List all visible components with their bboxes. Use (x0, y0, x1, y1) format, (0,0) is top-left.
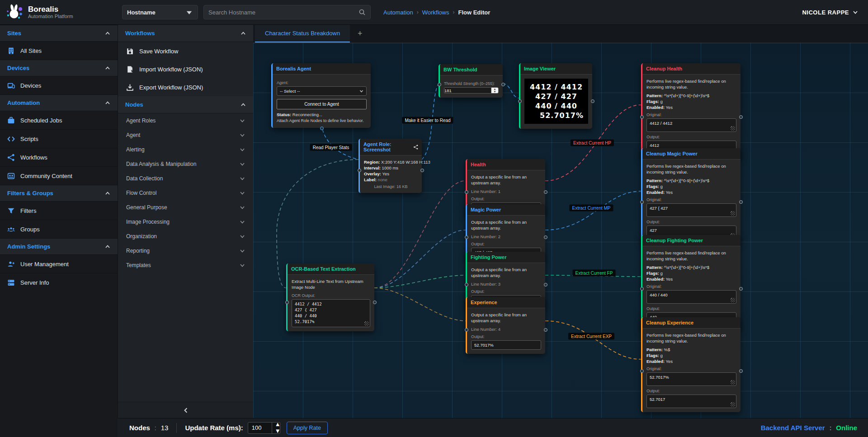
section-label-filters-groups: Filters & Groups (7, 190, 53, 197)
node-header[interactable]: Agent Role: Screenshot (360, 139, 422, 155)
textarea-input[interactable]: 52.7017% (646, 372, 736, 386)
textarea-input[interactable]: 440 / 440 (646, 290, 736, 304)
node-category-reporting[interactable]: Reporting (118, 244, 253, 258)
update-rate-input[interactable]: 100 ▲▼ (248, 422, 280, 434)
textarea-input[interactable]: 4412 / 4412 427 { 427 440 / 440 52.7017% (292, 299, 370, 327)
node-header[interactable]: Cleanup Fighting Power (642, 235, 741, 246)
sidebar-item-user-management[interactable]: User Management (0, 254, 118, 273)
resize-grip-icon[interactable] (731, 402, 735, 407)
apply-rate-button[interactable]: Apply Rate (287, 422, 328, 434)
number-input[interactable]: 181▲▼ (444, 87, 499, 94)
textarea-input[interactable]: 427 { 427 (646, 203, 736, 217)
node-handle-left[interactable] (358, 169, 361, 172)
node-header[interactable]: Borealis Agent (273, 63, 371, 75)
node-header[interactable]: Cleanup Magic Power (642, 148, 741, 160)
node-handle-left[interactable] (518, 99, 522, 103)
hostname-search[interactable]: Search Hostname (203, 5, 371, 19)
sidebar-item-filters[interactable]: Filters (0, 201, 118, 220)
sidebar-item-workflows[interactable]: Workflows (0, 148, 118, 166)
sidebar-section-sites[interactable]: Sites (0, 25, 118, 41)
nodes-panel-header[interactable]: Nodes (118, 96, 253, 113)
search-icon[interactable] (359, 9, 366, 16)
hostname-select[interactable]: Hostname (122, 5, 198, 19)
briefcase-icon (7, 117, 15, 124)
export-workflow-button[interactable]: Export Workflow (JSON) (118, 78, 253, 96)
node-note: Last Image: 16 KB (364, 184, 418, 189)
node-handle-right[interactable] (501, 83, 505, 86)
node-header[interactable]: Health (467, 159, 545, 170)
node-handle-bottom[interactable] (320, 127, 324, 130)
resize-grip-icon[interactable] (731, 126, 735, 131)
node-header[interactable]: Cleanup Experience (642, 317, 741, 329)
node-handle-right[interactable] (420, 169, 424, 172)
node-category-general-purpose[interactable]: General Purpose (118, 200, 253, 215)
sidebar-item-community-content[interactable]: Community Content (0, 166, 118, 185)
agent-role-screenshot-node[interactable]: Agent Role: ScreenshotRegion: X:200 Y:41… (359, 139, 422, 193)
node-title: Health (471, 162, 486, 167)
text-input[interactable]: 52.7017% (471, 340, 541, 350)
bw-threshold-node[interactable]: BW ThresholdThreshold Strength (0–255):1… (439, 64, 503, 98)
add-tab-button[interactable]: + (350, 24, 370, 42)
save-workflow-button[interactable]: Save Workflow (118, 42, 253, 60)
image-viewer-node[interactable]: Image Viewer4412 / 4412427 / 427440 / 44… (519, 63, 592, 129)
node-category-flow-control[interactable]: Flow Control (118, 186, 253, 200)
node-header[interactable]: Experience (467, 297, 545, 308)
breadcrumb-workflows[interactable]: Workflows (422, 9, 449, 16)
node-handle-right[interactable] (591, 99, 594, 103)
node-header[interactable]: Fighting Power (467, 252, 545, 263)
node-category-data-collection[interactable]: Data Collection (118, 171, 253, 186)
sidebar-item-scripts[interactable]: Scripts (0, 129, 118, 148)
kv-label: Label: (364, 177, 377, 182)
cleanup-experience-node[interactable]: Cleanup ExperiencePerforms live regex-ba… (641, 317, 741, 412)
tab-character-status-breakdown[interactable]: Character Status Breakdown (255, 24, 350, 42)
rate-stepper[interactable]: ▲▼ (272, 423, 280, 433)
sidebar-item-server-info[interactable]: Server Info (0, 273, 118, 291)
collapse-panel-button[interactable] (118, 402, 253, 418)
node-category-data-analysis-manipulation[interactable]: Data Analysis & Manipulation (118, 157, 253, 171)
flow-graph[interactable]: Read Player StatsMake it Easier to ReadE… (253, 43, 868, 418)
share-icon[interactable] (413, 144, 418, 150)
sidebar-section-devices[interactable]: Devices (0, 60, 118, 76)
number-stepper[interactable]: ▲▼ (491, 88, 498, 93)
node-button[interactable]: Connect to Agent (277, 99, 367, 109)
resize-grip-icon[interactable] (364, 321, 369, 326)
field-label: Output: (646, 220, 736, 224)
cleanup-fighting-power-node[interactable]: Cleanup Fighting PowerPerforms live rege… (641, 235, 741, 330)
sidebar-item-label: Workflows (20, 154, 47, 161)
node-select[interactable]: -- Select -- (277, 86, 367, 96)
node-category-templates[interactable]: Templates (118, 258, 253, 273)
node-header[interactable]: Cleanup Health (642, 63, 741, 75)
breadcrumb-automation[interactable]: Automation (383, 9, 413, 16)
node-header[interactable]: Image Viewer (520, 63, 592, 75)
experience-node[interactable]: ExperienceOutput a specific line from an… (466, 297, 545, 354)
node-category-agent[interactable]: Agent (118, 128, 253, 142)
user-menu[interactable]: NICOLE RAPPE (802, 9, 858, 16)
sidebar-item-scheduled-jobs[interactable]: Scheduled Jobs (0, 111, 118, 129)
node-category-image-processing[interactable]: Image Processing (118, 215, 253, 229)
cleanup-health-node[interactable]: Cleanup HealthPerforms live regex-based … (641, 63, 741, 158)
sidebar-section-automation[interactable]: Automation (0, 94, 118, 111)
node-category-agent-roles[interactable]: Agent Roles (118, 113, 253, 128)
workflows-panel-header[interactable]: Workflows (118, 25, 253, 42)
textarea-input[interactable]: 52.7017 (646, 395, 736, 408)
node-category-alerting[interactable]: Alerting (118, 142, 253, 157)
resize-grip-icon[interactable] (731, 298, 735, 302)
resize-grip-icon[interactable] (731, 380, 735, 385)
sidebar-section-admin-settings[interactable]: Admin Settings (0, 238, 118, 254)
borealis-agent-node[interactable]: Borealis AgentAgent:-- Select --Connect … (271, 63, 371, 128)
cleanup-magic-power-node[interactable]: Cleanup Magic PowerPerforms live regex-b… (641, 148, 741, 243)
sidebar-item-all-sites[interactable]: All Sites (0, 41, 118, 60)
node-header[interactable]: BW Threshold (440, 64, 503, 75)
import-workflow-button[interactable]: Import Workflow (JSON) (118, 60, 253, 78)
resize-grip-icon[interactable] (731, 211, 735, 216)
textarea-input[interactable]: 4412 / 4412 (646, 118, 736, 132)
node-header[interactable]: OCR-Based Text Extraction (288, 263, 374, 275)
ocr-text-extraction-node[interactable]: OCR-Based Text ExtractionExtract Multi-L… (286, 263, 374, 331)
sidebar-item-groups[interactable]: Groups (0, 220, 118, 238)
sidebar-section-filters-groups[interactable]: Filters & Groups (0, 185, 118, 201)
node-handle-left[interactable] (438, 83, 441, 86)
node-title: Experience (471, 300, 497, 305)
node-category-organization[interactable]: Organization (118, 229, 253, 244)
sidebar-item-devices[interactable]: Devices (0, 76, 118, 94)
node-header[interactable]: Magic Power (467, 204, 545, 216)
